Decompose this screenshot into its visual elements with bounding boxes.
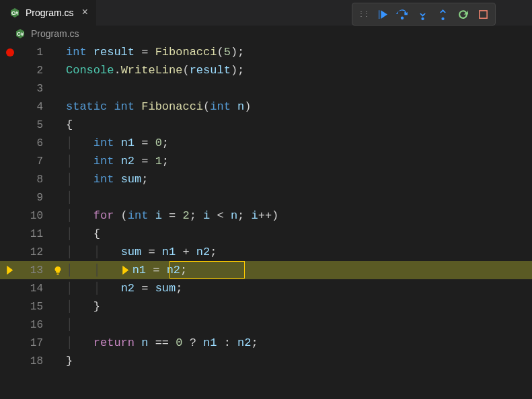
gutter[interactable] xyxy=(0,265,20,275)
code-line[interactable]: 12│ │ sum = n1 + n2; xyxy=(0,243,532,261)
line-number: 17 xyxy=(20,337,50,349)
code-text[interactable]: │ │ sum = n1 + n2; xyxy=(66,243,217,261)
svg-point-2 xyxy=(441,17,444,20)
code-text[interactable]: │ for (int i = 2; i < n; i++) xyxy=(66,207,278,225)
code-text[interactable]: │ int n2 = 1; xyxy=(66,152,169,170)
tab-program-cs[interactable]: C# Program.cs × xyxy=(0,0,97,26)
code-text[interactable]: static int Fibonacci(int n) xyxy=(66,98,251,116)
gutter[interactable] xyxy=(0,48,20,57)
code-line[interactable]: 6│ int n1 = 0; xyxy=(0,134,532,152)
code-text[interactable]: │ xyxy=(66,316,93,334)
close-tab-icon[interactable]: × xyxy=(82,7,89,19)
svg-point-0 xyxy=(401,16,404,20)
csharp-file-icon: C# xyxy=(15,28,26,39)
code-line[interactable]: 9│ xyxy=(0,188,532,207)
execution-pointer-icon xyxy=(5,265,15,275)
code-editor[interactable]: 1int result = Fibonacci(5);2Console.Writ… xyxy=(0,43,532,370)
line-number: 6 xyxy=(20,137,50,149)
code-line[interactable]: 8│ int sum; xyxy=(0,170,532,188)
step-out-button[interactable] xyxy=(433,5,452,23)
code-text[interactable]: │ return n == 0 ? n1 : n2; xyxy=(66,334,258,352)
code-line[interactable]: 17│ return n == 0 ? n1 : n2; xyxy=(0,334,532,352)
code-line[interactable]: 18} xyxy=(0,352,532,370)
line-number: 3 xyxy=(20,83,50,95)
code-line[interactable]: 2Console.WriteLine(result); xyxy=(0,61,532,79)
csharp-file-icon: C# xyxy=(9,7,20,18)
tab-label: Program.cs xyxy=(26,7,74,18)
line-number: 7 xyxy=(20,155,50,168)
line-number: 9 xyxy=(20,192,50,204)
continue-button[interactable] xyxy=(373,5,391,23)
code-text[interactable]: } xyxy=(66,352,73,370)
inline-execution-arrow-icon xyxy=(121,265,131,275)
svg-text:C#: C# xyxy=(11,10,19,16)
debug-toolbar: ⋮⋮ xyxy=(352,3,496,26)
code-line[interactable]: 7│ int n2 = 1; xyxy=(0,152,532,170)
code-line[interactable]: 5{ xyxy=(0,116,532,134)
svg-rect-6 xyxy=(56,273,59,275)
line-number: 8 xyxy=(20,174,50,186)
breadcrumb[interactable]: C# Program.cs xyxy=(0,26,532,43)
code-text[interactable]: │ │ n1 = n2; xyxy=(66,261,187,279)
code-text[interactable]: │ { xyxy=(66,225,100,243)
line-number: 2 xyxy=(20,65,50,77)
svg-text:C#: C# xyxy=(17,31,24,37)
line-number: 14 xyxy=(20,283,50,295)
code-line[interactable]: 13│ │ n1 = n2; xyxy=(0,261,532,279)
code-text[interactable]: │ int n1 = 0; xyxy=(66,134,169,152)
line-number: 11 xyxy=(20,228,50,240)
line-number: 16 xyxy=(20,319,50,331)
glyph-margin[interactable] xyxy=(50,266,66,275)
breadcrumb-label: Program.cs xyxy=(31,28,79,39)
lightbulb-icon[interactable] xyxy=(53,266,63,275)
line-number: 10 xyxy=(20,210,50,222)
code-line[interactable]: 10│ for (int i = 2; i < n; i++) xyxy=(0,207,532,225)
breakpoint-icon[interactable] xyxy=(6,48,14,57)
code-text[interactable]: │ } xyxy=(66,297,100,316)
code-text[interactable]: │ xyxy=(66,188,93,207)
code-line[interactable]: 16│ xyxy=(0,316,532,334)
line-number: 12 xyxy=(20,246,50,258)
code-line[interactable]: 3 xyxy=(0,79,532,98)
line-number: 5 xyxy=(20,119,50,131)
code-line[interactable]: 14│ │ n2 = sum; xyxy=(0,279,532,297)
code-text[interactable]: Console.WriteLine(result); xyxy=(66,61,244,79)
code-text[interactable]: int result = Fibonacci(5); xyxy=(66,43,244,61)
line-number: 13 xyxy=(20,264,50,277)
step-into-button[interactable] xyxy=(413,5,432,23)
line-number: 15 xyxy=(20,301,50,313)
code-line[interactable]: 1int result = Fibonacci(5); xyxy=(0,43,532,61)
line-number: 18 xyxy=(20,355,50,367)
code-text[interactable]: { xyxy=(66,116,73,134)
line-number: 1 xyxy=(20,46,50,59)
restart-button[interactable] xyxy=(453,5,472,23)
toolbar-grip-icon[interactable]: ⋮⋮ xyxy=(355,7,371,21)
svg-point-1 xyxy=(421,17,424,20)
svg-rect-3 xyxy=(479,10,486,17)
code-line[interactable]: 15│ } xyxy=(0,297,532,316)
code-line[interactable]: 4static int Fibonacci(int n) xyxy=(0,98,532,116)
code-text[interactable]: │ int sum; xyxy=(66,170,148,188)
line-number: 4 xyxy=(20,101,50,113)
stop-button[interactable] xyxy=(473,5,492,23)
code-line[interactable]: 11│ { xyxy=(0,225,532,243)
step-over-button[interactable] xyxy=(393,5,412,23)
code-text[interactable]: │ │ n2 = sum; xyxy=(66,279,182,297)
